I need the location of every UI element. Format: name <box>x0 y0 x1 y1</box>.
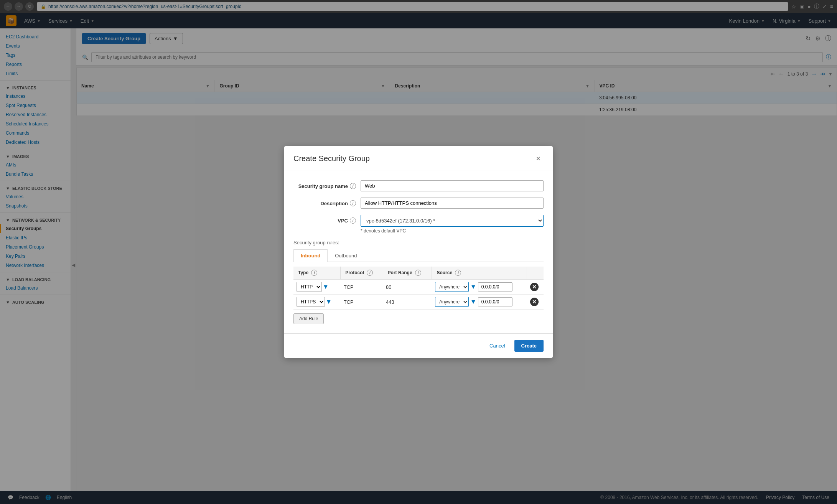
rule2-type-dropdown-icon[interactable]: ▼ <box>326 298 332 305</box>
col-source: Source i <box>432 267 527 279</box>
modal-title: Create Security Group <box>293 154 370 163</box>
rule1-source-dropdown-icon[interactable]: ▼ <box>470 283 476 290</box>
port-info-icon[interactable]: i <box>415 270 421 276</box>
rule2-source-select[interactable]: Anywhere <box>435 297 469 307</box>
name-info-icon[interactable]: i <box>350 183 356 189</box>
rule2-type-select[interactable]: HTTPS <box>297 297 325 307</box>
rule1-source-select[interactable]: Anywhere <box>435 282 469 292</box>
modal-overlay: Create Security Group × Security group n… <box>0 0 837 502</box>
description-field-wrapper <box>361 198 544 209</box>
rule2-protocol: TCP <box>341 295 383 310</box>
vpc-info-icon[interactable]: i <box>350 217 356 224</box>
tab-inbound[interactable]: Inbound <box>293 249 328 262</box>
description-label: Description i <box>293 198 361 206</box>
col-port-range: Port Range i <box>383 267 432 279</box>
cancel-button[interactable]: Cancel <box>485 340 509 351</box>
security-group-name-input[interactable] <box>361 180 544 191</box>
col-type: Type i <box>293 267 341 279</box>
rule1-source-cidr[interactable] <box>478 282 512 292</box>
rule1-source-cell: Anywhere ▼ <box>432 279 527 295</box>
rule1-type-select[interactable]: HTTP <box>297 282 322 292</box>
description-info-icon[interactable]: i <box>350 200 356 206</box>
rules-table: Type i Protocol i Port Range i <box>293 267 544 310</box>
rule-row-2: HTTPS ▼ TCP 443 Anywhere <box>293 295 544 310</box>
rule1-protocol: TCP <box>341 279 383 295</box>
rule2-source-dropdown-icon[interactable]: ▼ <box>470 298 476 305</box>
rule2-source-cell: Anywhere ▼ <box>432 295 527 310</box>
vpc-row: VPC i vpc-8d5342ef (172.31.0.0/16) * * d… <box>293 215 544 234</box>
rule-row-1: HTTP ▼ TCP 80 Anywhere <box>293 279 544 295</box>
modal-close-button[interactable]: × <box>533 153 544 164</box>
rule2-source-cidr[interactable] <box>478 297 512 306</box>
vpc-label: VPC i <box>293 215 361 224</box>
tab-outbound[interactable]: Outbound <box>328 249 364 262</box>
create-button[interactable]: Create <box>514 340 544 352</box>
col-protocol: Protocol i <box>341 267 383 279</box>
rules-section: Security group rules: Inbound Outbound <box>293 240 544 324</box>
rule1-source-wrapper: Anywhere ▼ <box>435 282 524 292</box>
type-info-icon[interactable]: i <box>311 270 317 276</box>
security-group-name-label: Security group name i <box>293 180 361 189</box>
modal-header: Create Security Group × <box>284 146 553 171</box>
rule2-port-range: 443 <box>383 295 432 310</box>
modal-footer: Cancel Create <box>284 333 553 358</box>
rule2-remove-button[interactable]: ✕ <box>530 298 539 306</box>
name-field-wrapper <box>361 180 544 191</box>
rule1-port-range: 80 <box>383 279 432 295</box>
vpc-field-wrapper: vpc-8d5342ef (172.31.0.0/16) * * denotes… <box>361 215 544 234</box>
rule2-type-cell: HTTPS ▼ <box>293 295 341 310</box>
rule2-remove-cell: ✕ <box>527 295 544 310</box>
rule2-source-wrapper: Anywhere ▼ <box>435 297 524 307</box>
rule1-type-cell: HTTP ▼ <box>293 279 341 295</box>
create-security-group-modal: Create Security Group × Security group n… <box>284 146 553 358</box>
rules-label: Security group rules: <box>293 240 544 245</box>
tabs: Inbound Outbound <box>293 249 544 262</box>
rule1-remove-button[interactable]: ✕ <box>530 283 539 291</box>
add-rule-button[interactable]: Add Rule <box>293 313 324 324</box>
description-input[interactable] <box>361 198 544 209</box>
vpc-select[interactable]: vpc-8d5342ef (172.31.0.0/16) * <box>361 215 544 227</box>
vpc-select-wrapper: vpc-8d5342ef (172.31.0.0/16) * <box>361 215 544 227</box>
security-group-name-row: Security group name i <box>293 180 544 191</box>
description-row: Description i <box>293 198 544 209</box>
col-remove <box>527 267 544 279</box>
modal-body: Security group name i Description i <box>284 171 553 333</box>
rule1-type-dropdown-icon[interactable]: ▼ <box>323 283 329 290</box>
source-info-icon[interactable]: i <box>455 270 461 276</box>
protocol-info-icon[interactable]: i <box>367 270 373 276</box>
vpc-note: * denotes default VPC <box>361 228 544 234</box>
rule1-remove-cell: ✕ <box>527 279 544 295</box>
